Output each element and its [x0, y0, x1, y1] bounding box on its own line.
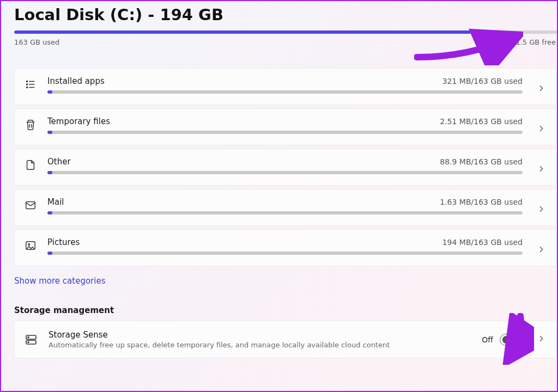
category-bar [47, 131, 523, 134]
category-label: Temporary files [47, 117, 110, 126]
category-label: Pictures [47, 237, 80, 247]
svg-rect-6 [26, 202, 35, 209]
disk-used-label: 163 GB used [14, 38, 59, 46]
disk-header: Local Disk (C:) - 194 GB 163 GB used 31.… [14, 1, 557, 46]
category-mail[interactable]: Mail 1.63 MB/163 GB used [14, 189, 557, 226]
category-temporary-files[interactable]: Temporary files 2.51 MB/163 GB used [14, 108, 557, 145]
chevron-right-icon [537, 334, 547, 345]
category-pictures[interactable]: Pictures 194 MB/163 GB used [14, 229, 557, 266]
category-bar [47, 171, 523, 174]
category-other[interactable]: Other 88.9 MB/163 GB used [14, 149, 557, 186]
category-usage: 321 MB/163 GB used [442, 77, 523, 85]
category-usage: 1.63 MB/163 GB used [440, 198, 523, 206]
apps-icon [25, 78, 37, 90]
category-label: Installed apps [47, 76, 105, 86]
storage-sense-state-label: Off [482, 335, 493, 344]
storage-sense-row[interactable]: Storage Sense Automatically free up spac… [14, 321, 557, 358]
picture-icon [25, 240, 37, 252]
category-label: Other [47, 157, 71, 167]
category-bar [47, 252, 523, 255]
section-heading-storage-management: Storage management [14, 305, 557, 315]
disk-usage-bar-fill [14, 30, 470, 34]
category-usage: 194 MB/163 GB used [442, 238, 523, 247]
chevron-right-icon [537, 84, 547, 95]
disk-usage-labels: 163 GB used 31.5 GB free [14, 38, 557, 46]
svg-point-0 [26, 81, 27, 82]
document-icon [25, 159, 37, 171]
svg-point-8 [28, 244, 30, 246]
chevron-right-icon [537, 205, 547, 216]
category-usage: 88.9 MB/163 GB used [440, 157, 523, 166]
chevron-right-icon [537, 245, 547, 256]
storage-sense-description: Automatically free up space, delete temp… [48, 341, 471, 349]
category-label: Mail [47, 197, 64, 207]
category-installed-apps[interactable]: Installed apps 321 MB/163 GB used [14, 68, 557, 105]
svg-point-4 [26, 87, 27, 88]
mail-icon [25, 199, 37, 211]
trash-icon [25, 119, 37, 131]
storage-sense-title: Storage Sense [48, 330, 471, 340]
show-more-categories-link[interactable]: Show more categories [14, 276, 106, 286]
svg-point-2 [26, 84, 27, 85]
svg-point-11 [28, 336, 29, 338]
storage-categories: Installed apps 321 MB/163 GB used Tempor… [14, 68, 557, 266]
chevron-right-icon [537, 164, 547, 175]
storage-sense-toggle[interactable] [500, 334, 523, 346]
disk-usage-bar [14, 30, 557, 34]
disk-free-label: 31.5 GB free [511, 38, 556, 46]
storage-icon [25, 333, 38, 346]
svg-point-12 [28, 341, 29, 342]
toggle-knob [502, 336, 510, 344]
page-title: Local Disk (C:) - 194 GB [14, 5, 557, 24]
category-usage: 2.51 MB/163 GB used [440, 117, 523, 126]
category-bar [47, 211, 523, 215]
category-bar [47, 90, 523, 94]
chevron-right-icon [537, 124, 547, 135]
